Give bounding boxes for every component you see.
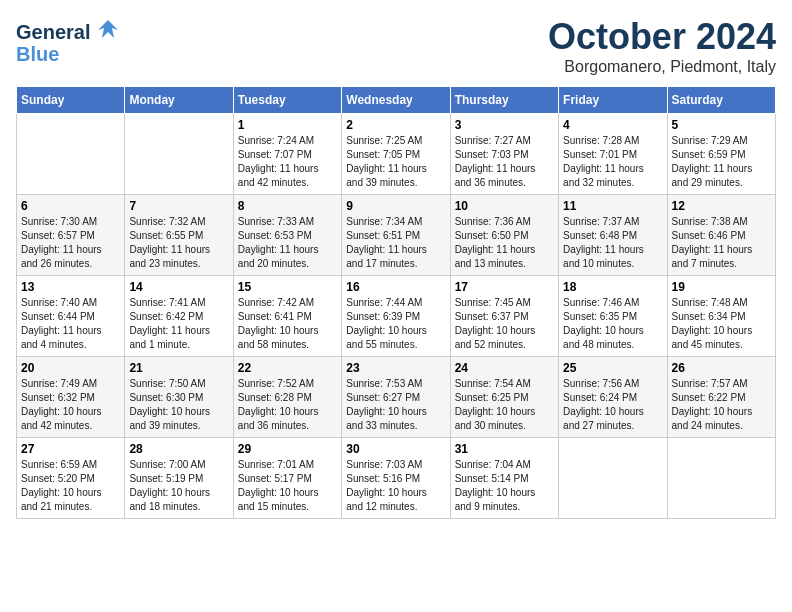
weekday-header-sunday: Sunday bbox=[17, 87, 125, 114]
location-title: Borgomanero, Piedmont, Italy bbox=[548, 58, 776, 76]
calendar-cell: 31Sunrise: 7:04 AM Sunset: 5:14 PM Dayli… bbox=[450, 438, 558, 519]
calendar-cell: 28Sunrise: 7:00 AM Sunset: 5:19 PM Dayli… bbox=[125, 438, 233, 519]
calendar-cell: 10Sunrise: 7:36 AM Sunset: 6:50 PM Dayli… bbox=[450, 195, 558, 276]
calendar-cell: 11Sunrise: 7:37 AM Sunset: 6:48 PM Dayli… bbox=[559, 195, 667, 276]
calendar-cell: 15Sunrise: 7:42 AM Sunset: 6:41 PM Dayli… bbox=[233, 276, 341, 357]
day-number: 26 bbox=[672, 361, 771, 375]
day-info: Sunrise: 7:38 AM Sunset: 6:46 PM Dayligh… bbox=[672, 215, 771, 271]
day-number: 30 bbox=[346, 442, 445, 456]
calendar-cell: 13Sunrise: 7:40 AM Sunset: 6:44 PM Dayli… bbox=[17, 276, 125, 357]
day-number: 20 bbox=[21, 361, 120, 375]
weekday-header-tuesday: Tuesday bbox=[233, 87, 341, 114]
weekday-header-friday: Friday bbox=[559, 87, 667, 114]
day-info: Sunrise: 7:33 AM Sunset: 6:53 PM Dayligh… bbox=[238, 215, 337, 271]
day-info: Sunrise: 7:32 AM Sunset: 6:55 PM Dayligh… bbox=[129, 215, 228, 271]
day-number: 10 bbox=[455, 199, 554, 213]
day-info: Sunrise: 7:49 AM Sunset: 6:32 PM Dayligh… bbox=[21, 377, 120, 433]
day-number: 15 bbox=[238, 280, 337, 294]
day-number: 17 bbox=[455, 280, 554, 294]
day-info: Sunrise: 7:48 AM Sunset: 6:34 PM Dayligh… bbox=[672, 296, 771, 352]
day-info: Sunrise: 7:36 AM Sunset: 6:50 PM Dayligh… bbox=[455, 215, 554, 271]
calendar-cell: 24Sunrise: 7:54 AM Sunset: 6:25 PM Dayli… bbox=[450, 357, 558, 438]
day-info: Sunrise: 7:29 AM Sunset: 6:59 PM Dayligh… bbox=[672, 134, 771, 190]
day-number: 22 bbox=[238, 361, 337, 375]
weekday-header-thursday: Thursday bbox=[450, 87, 558, 114]
calendar-cell: 8Sunrise: 7:33 AM Sunset: 6:53 PM Daylig… bbox=[233, 195, 341, 276]
svg-marker-0 bbox=[98, 20, 118, 38]
day-info: Sunrise: 7:57 AM Sunset: 6:22 PM Dayligh… bbox=[672, 377, 771, 433]
weekday-header-wednesday: Wednesday bbox=[342, 87, 450, 114]
day-info: Sunrise: 7:45 AM Sunset: 6:37 PM Dayligh… bbox=[455, 296, 554, 352]
day-info: Sunrise: 7:00 AM Sunset: 5:19 PM Dayligh… bbox=[129, 458, 228, 514]
day-info: Sunrise: 7:53 AM Sunset: 6:27 PM Dayligh… bbox=[346, 377, 445, 433]
day-info: Sunrise: 7:56 AM Sunset: 6:24 PM Dayligh… bbox=[563, 377, 662, 433]
calendar-cell: 22Sunrise: 7:52 AM Sunset: 6:28 PM Dayli… bbox=[233, 357, 341, 438]
day-number: 28 bbox=[129, 442, 228, 456]
day-number: 27 bbox=[21, 442, 120, 456]
day-number: 3 bbox=[455, 118, 554, 132]
calendar-cell: 30Sunrise: 7:03 AM Sunset: 5:16 PM Dayli… bbox=[342, 438, 450, 519]
title-area: October 2024 Borgomanero, Piedmont, Ital… bbox=[548, 16, 776, 76]
day-number: 13 bbox=[21, 280, 120, 294]
day-number: 29 bbox=[238, 442, 337, 456]
calendar-cell: 3Sunrise: 7:27 AM Sunset: 7:03 PM Daylig… bbox=[450, 114, 558, 195]
calendar-cell: 7Sunrise: 7:32 AM Sunset: 6:55 PM Daylig… bbox=[125, 195, 233, 276]
week-row-1: 1Sunrise: 7:24 AM Sunset: 7:07 PM Daylig… bbox=[17, 114, 776, 195]
calendar-cell: 2Sunrise: 7:25 AM Sunset: 7:05 PM Daylig… bbox=[342, 114, 450, 195]
day-info: Sunrise: 7:28 AM Sunset: 7:01 PM Dayligh… bbox=[563, 134, 662, 190]
day-info: Sunrise: 7:24 AM Sunset: 7:07 PM Dayligh… bbox=[238, 134, 337, 190]
logo: General Blue bbox=[16, 16, 122, 64]
day-number: 24 bbox=[455, 361, 554, 375]
day-number: 18 bbox=[563, 280, 662, 294]
calendar-cell: 29Sunrise: 7:01 AM Sunset: 5:17 PM Dayli… bbox=[233, 438, 341, 519]
day-info: Sunrise: 7:01 AM Sunset: 5:17 PM Dayligh… bbox=[238, 458, 337, 514]
calendar-cell: 26Sunrise: 7:57 AM Sunset: 6:22 PM Dayli… bbox=[667, 357, 775, 438]
calendar-cell: 9Sunrise: 7:34 AM Sunset: 6:51 PM Daylig… bbox=[342, 195, 450, 276]
day-info: Sunrise: 7:50 AM Sunset: 6:30 PM Dayligh… bbox=[129, 377, 228, 433]
day-info: Sunrise: 7:03 AM Sunset: 5:16 PM Dayligh… bbox=[346, 458, 445, 514]
header: General Blue October 2024 Borgomanero, P… bbox=[16, 16, 776, 76]
week-row-2: 6Sunrise: 7:30 AM Sunset: 6:57 PM Daylig… bbox=[17, 195, 776, 276]
calendar-cell: 6Sunrise: 7:30 AM Sunset: 6:57 PM Daylig… bbox=[17, 195, 125, 276]
day-number: 1 bbox=[238, 118, 337, 132]
day-number: 5 bbox=[672, 118, 771, 132]
day-number: 4 bbox=[563, 118, 662, 132]
day-info: Sunrise: 7:30 AM Sunset: 6:57 PM Dayligh… bbox=[21, 215, 120, 271]
calendar-cell: 27Sunrise: 6:59 AM Sunset: 5:20 PM Dayli… bbox=[17, 438, 125, 519]
day-info: Sunrise: 7:54 AM Sunset: 6:25 PM Dayligh… bbox=[455, 377, 554, 433]
day-number: 25 bbox=[563, 361, 662, 375]
weekday-header-saturday: Saturday bbox=[667, 87, 775, 114]
weekday-header-row: SundayMondayTuesdayWednesdayThursdayFrid… bbox=[17, 87, 776, 114]
day-info: Sunrise: 7:46 AM Sunset: 6:35 PM Dayligh… bbox=[563, 296, 662, 352]
week-row-3: 13Sunrise: 7:40 AM Sunset: 6:44 PM Dayli… bbox=[17, 276, 776, 357]
calendar-cell: 5Sunrise: 7:29 AM Sunset: 6:59 PM Daylig… bbox=[667, 114, 775, 195]
calendar-cell: 16Sunrise: 7:44 AM Sunset: 6:39 PM Dayli… bbox=[342, 276, 450, 357]
day-info: Sunrise: 7:34 AM Sunset: 6:51 PM Dayligh… bbox=[346, 215, 445, 271]
calendar-cell: 23Sunrise: 7:53 AM Sunset: 6:27 PM Dayli… bbox=[342, 357, 450, 438]
day-info: Sunrise: 7:27 AM Sunset: 7:03 PM Dayligh… bbox=[455, 134, 554, 190]
day-info: Sunrise: 7:52 AM Sunset: 6:28 PM Dayligh… bbox=[238, 377, 337, 433]
day-info: Sunrise: 7:37 AM Sunset: 6:48 PM Dayligh… bbox=[563, 215, 662, 271]
calendar-table: SundayMondayTuesdayWednesdayThursdayFrid… bbox=[16, 86, 776, 519]
day-number: 11 bbox=[563, 199, 662, 213]
calendar-cell: 17Sunrise: 7:45 AM Sunset: 6:37 PM Dayli… bbox=[450, 276, 558, 357]
day-number: 31 bbox=[455, 442, 554, 456]
day-number: 16 bbox=[346, 280, 445, 294]
day-info: Sunrise: 7:25 AM Sunset: 7:05 PM Dayligh… bbox=[346, 134, 445, 190]
calendar-cell: 25Sunrise: 7:56 AM Sunset: 6:24 PM Dayli… bbox=[559, 357, 667, 438]
week-row-4: 20Sunrise: 7:49 AM Sunset: 6:32 PM Dayli… bbox=[17, 357, 776, 438]
day-info: Sunrise: 7:44 AM Sunset: 6:39 PM Dayligh… bbox=[346, 296, 445, 352]
day-info: Sunrise: 7:04 AM Sunset: 5:14 PM Dayligh… bbox=[455, 458, 554, 514]
day-number: 7 bbox=[129, 199, 228, 213]
calendar-cell: 1Sunrise: 7:24 AM Sunset: 7:07 PM Daylig… bbox=[233, 114, 341, 195]
calendar-cell: 4Sunrise: 7:28 AM Sunset: 7:01 PM Daylig… bbox=[559, 114, 667, 195]
calendar-cell bbox=[17, 114, 125, 195]
month-title: October 2024 bbox=[548, 16, 776, 58]
day-info: Sunrise: 7:41 AM Sunset: 6:42 PM Dayligh… bbox=[129, 296, 228, 352]
day-number: 8 bbox=[238, 199, 337, 213]
calendar-cell: 12Sunrise: 7:38 AM Sunset: 6:46 PM Dayli… bbox=[667, 195, 775, 276]
day-number: 2 bbox=[346, 118, 445, 132]
week-row-5: 27Sunrise: 6:59 AM Sunset: 5:20 PM Dayli… bbox=[17, 438, 776, 519]
day-info: Sunrise: 6:59 AM Sunset: 5:20 PM Dayligh… bbox=[21, 458, 120, 514]
day-info: Sunrise: 7:42 AM Sunset: 6:41 PM Dayligh… bbox=[238, 296, 337, 352]
